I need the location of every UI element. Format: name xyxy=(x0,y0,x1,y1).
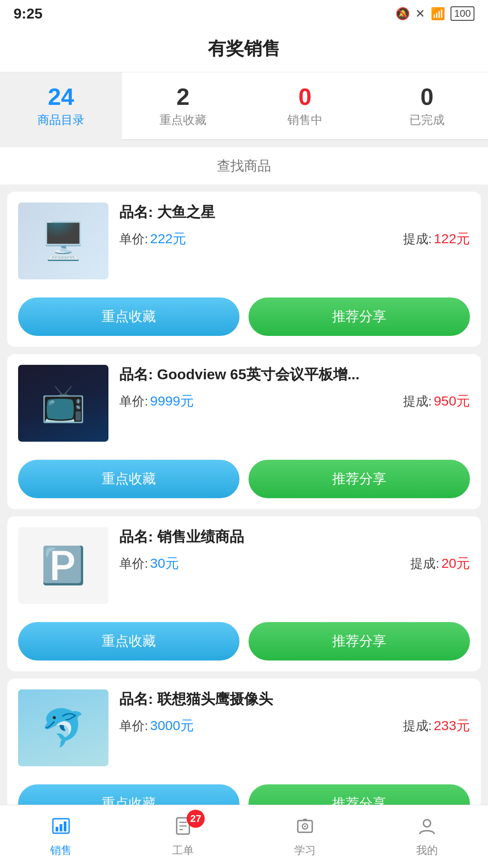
product-card: 品名: Goodview 65英寸会议平板增... 单价: 9999元 提成: … xyxy=(7,354,481,509)
svg-rect-11 xyxy=(303,819,307,821)
product-top: 品名: Goodview 65英寸会议平板增... 单价: 9999元 提成: … xyxy=(18,365,470,442)
status-bar: 9:25 🔕 ✕ 📶 100 xyxy=(0,0,488,27)
product-name-2: 品名: Goodview 65英寸会议平板增... xyxy=(119,365,470,385)
product-card: 品名: 销售业绩商品 单价: 30元 提成: 20元 重点收藏 推荐分享 xyxy=(7,516,481,671)
nav-label-study: 学习 xyxy=(294,843,316,858)
study-icon xyxy=(295,816,315,840)
close-icon: ✕ xyxy=(415,7,425,21)
tab-catalog-number: 24 xyxy=(48,85,74,108)
nav-item-sales[interactable]: 销售 xyxy=(0,805,122,868)
product-actions-1: 重点收藏 推荐分享 xyxy=(18,297,470,336)
svg-point-12 xyxy=(423,820,431,827)
share-button-2[interactable]: 推荐分享 xyxy=(249,460,470,498)
bell-icon: 🔕 xyxy=(395,7,410,21)
product-image-4 xyxy=(18,689,108,766)
product-info-2: 品名: Goodview 65英寸会议平板增... 单价: 9999元 提成: … xyxy=(119,365,470,410)
collect-button-1[interactable]: 重点收藏 xyxy=(18,297,239,336)
tab-bar: 24 商品目录 2 重点收藏 0 销售中 0 已完成 xyxy=(0,72,488,140)
nav-item-mine[interactable]: 我的 xyxy=(366,805,488,868)
bottom-nav: 销售 27 工单 学习 xyxy=(0,805,488,868)
tab-selling[interactable]: 0 销售中 xyxy=(244,72,366,140)
product-actions-2: 重点收藏 推荐分享 xyxy=(18,460,470,498)
product-image-2 xyxy=(18,365,108,442)
tab-featured[interactable]: 2 重点收藏 xyxy=(122,72,244,140)
share-button-1[interactable]: 推荐分享 xyxy=(249,297,470,336)
tab-selling-label: 销售中 xyxy=(287,112,323,128)
product-top: 品名: 销售业绩商品 单价: 30元 提成: 20元 xyxy=(18,527,470,604)
product-price-row-4: 单价: 3000元 提成: 233元 xyxy=(119,717,470,735)
svg-point-10 xyxy=(304,826,306,827)
tab-completed[interactable]: 0 已完成 xyxy=(366,72,488,140)
status-time: 9:25 xyxy=(14,5,42,22)
tab-completed-label: 已完成 xyxy=(409,112,445,128)
product-price-row-3: 单价: 30元 提成: 20元 xyxy=(119,554,470,573)
mine-icon xyxy=(417,816,437,840)
wifi-icon: 📶 xyxy=(431,7,445,21)
product-list: 品名: 大鱼之星 单价: 222元 提成: 122元 重点收藏 推荐分享 xyxy=(0,192,488,868)
nav-item-study[interactable]: 学习 xyxy=(244,805,366,868)
price-2: 单价: 9999元 xyxy=(119,392,194,410)
commission-2: 提成: 950元 xyxy=(403,392,470,410)
product-info-1: 品名: 大鱼之星 单价: 222元 提成: 122元 xyxy=(119,203,470,248)
sales-icon xyxy=(51,816,71,840)
price-3: 单价: 30元 xyxy=(119,554,179,573)
nav-label-sales: 销售 xyxy=(50,843,72,858)
nav-label-workorder: 工单 xyxy=(172,843,194,858)
price-label-1: 单价: 222元 xyxy=(119,230,186,248)
product-image-3 xyxy=(18,527,108,604)
tab-featured-number: 2 xyxy=(177,85,190,108)
nav-label-mine: 我的 xyxy=(416,843,438,858)
tab-completed-number: 0 xyxy=(421,85,434,108)
tab-catalog[interactable]: 24 商品目录 xyxy=(0,72,122,140)
product-name-1: 品名: 大鱼之星 xyxy=(119,203,470,222)
svg-rect-1 xyxy=(56,827,58,831)
product-actions-3: 重点收藏 推荐分享 xyxy=(18,622,470,660)
product-card: 品名: 大鱼之星 单价: 222元 提成: 122元 重点收藏 推荐分享 xyxy=(7,192,481,347)
commission-3: 提成: 20元 xyxy=(410,554,470,573)
search-container xyxy=(0,147,488,184)
nav-item-workorder[interactable]: 27 工单 xyxy=(122,805,244,868)
price-4: 单价: 3000元 xyxy=(119,717,194,735)
product-image-1 xyxy=(18,203,108,279)
status-icons: 🔕 ✕ 📶 100 xyxy=(395,6,474,21)
product-price-row-1: 单价: 222元 提成: 122元 xyxy=(119,230,470,248)
page-title: 有奖销售 xyxy=(208,38,280,58)
product-name-4: 品名: 联想猫头鹰摄像头 xyxy=(119,689,470,709)
collect-button-3[interactable]: 重点收藏 xyxy=(18,622,239,660)
commission-4: 提成: 233元 xyxy=(403,717,470,735)
collect-button-2[interactable]: 重点收藏 xyxy=(18,460,239,498)
svg-rect-2 xyxy=(60,824,62,831)
svg-rect-3 xyxy=(64,821,66,831)
page-header: 有奖销售 xyxy=(0,27,488,72)
product-info-3: 品名: 销售业绩商品 单价: 30元 提成: 20元 xyxy=(119,527,470,573)
tab-catalog-label: 商品目录 xyxy=(38,112,84,128)
product-name-3: 品名: 销售业绩商品 xyxy=(119,527,470,547)
product-price-row-2: 单价: 9999元 提成: 950元 xyxy=(119,392,470,410)
product-top: 品名: 联想猫头鹰摄像头 单价: 3000元 提成: 233元 xyxy=(18,689,470,766)
workorder-badge: 27 xyxy=(187,810,205,828)
commission-1: 提成: 122元 xyxy=(403,230,470,248)
share-button-3[interactable]: 推荐分享 xyxy=(249,622,470,660)
tab-selling-number: 0 xyxy=(299,85,312,108)
battery-icon: 100 xyxy=(450,6,474,21)
search-input[interactable] xyxy=(14,158,474,174)
product-top: 品名: 大鱼之星 单价: 222元 提成: 122元 xyxy=(18,203,470,279)
product-info-4: 品名: 联想猫头鹰摄像头 单价: 3000元 提成: 233元 xyxy=(119,689,470,735)
tab-featured-label: 重点收藏 xyxy=(160,112,206,128)
